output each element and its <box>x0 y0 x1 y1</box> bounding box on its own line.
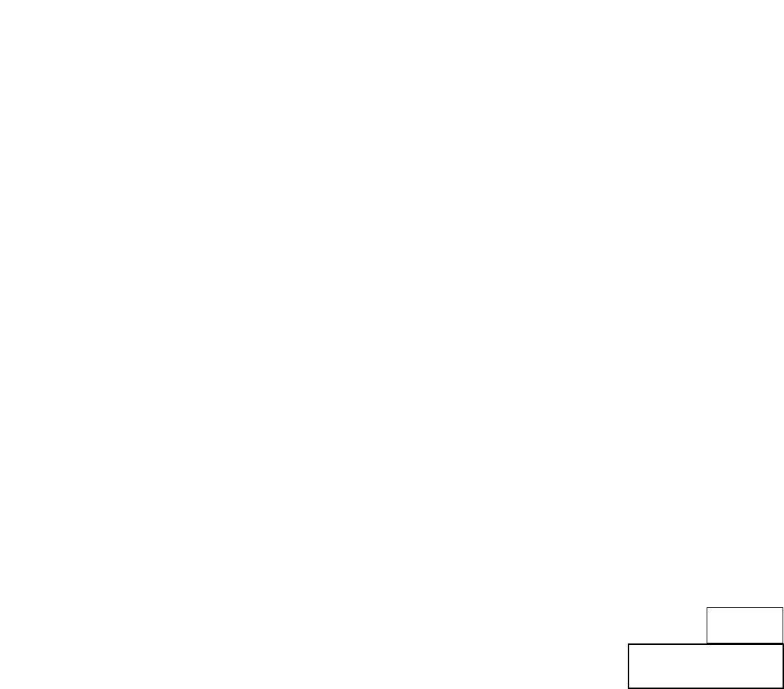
colorbar-gradient <box>710 611 781 623</box>
colorbar-labels <box>707 631 783 642</box>
frequency-axis-ruler <box>0 0 784 20</box>
colorbar-legend <box>707 607 783 643</box>
colorbar-ticks <box>710 623 781 628</box>
spectrogram-canvas[interactable] <box>0 20 784 689</box>
info-box <box>628 643 784 689</box>
spectrogram-app <box>0 0 784 689</box>
